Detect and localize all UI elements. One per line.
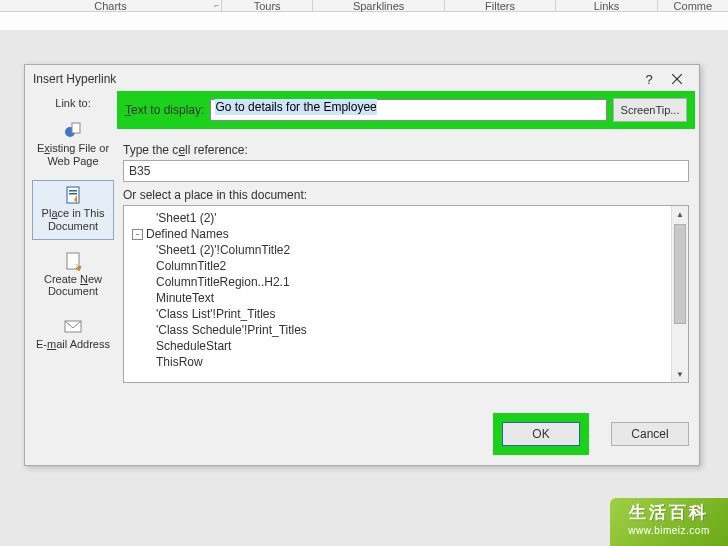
scroll-thumb[interactable]	[674, 224, 686, 324]
linkto-place-label: Place in This Document	[42, 207, 105, 232]
tree-item-label: 'Sheet1 (2)'	[156, 211, 217, 225]
dialog-main-pane: Text to display: Go to details for the E…	[119, 93, 699, 465]
ribbon-group-tours: Tours	[222, 0, 313, 11]
text-to-display-row: Text to display: Go to details for the E…	[117, 91, 695, 129]
linkto-label: Link to:	[31, 97, 115, 109]
tree-item[interactable]: ThisRow	[128, 354, 671, 370]
linkto-new-label: Create New Document	[44, 273, 102, 298]
dialog-launcher-icon[interactable]: ⌐	[214, 1, 219, 10]
cell-reference-input[interactable]: B35	[123, 160, 689, 182]
ribbon-group-filters: Filters	[445, 0, 556, 11]
tree-item-label: MinuteText	[156, 291, 214, 305]
linkto-pane: Link to: Existing File or Web Page Place…	[25, 93, 119, 465]
cell-reference-label: Type the cell reference:	[123, 143, 689, 157]
svg-rect-4	[67, 187, 79, 203]
help-button[interactable]: ?	[635, 69, 663, 89]
linkto-email-label: E-mail Address	[36, 338, 110, 350]
ribbon-group-sparklines: Sparklines	[313, 0, 445, 11]
tree-item[interactable]: ColumnTitleRegion..H2.1	[128, 274, 671, 290]
tree-item[interactable]: 'Sheet1 (2)'	[128, 210, 671, 226]
place-in-document-label: Or select a place in this document:	[123, 188, 689, 202]
tree-item[interactable]: MinuteText	[128, 290, 671, 306]
ribbon-group-comments: Comme	[658, 0, 728, 11]
tree-item-label: 'Sheet1 (2)'!ColumnTitle2	[156, 243, 290, 257]
linkto-existing-file[interactable]: Existing File or Web Page	[32, 115, 114, 174]
ribbon-group-links: Links	[556, 0, 657, 11]
tree-item[interactable]: 'Sheet1 (2)'!ColumnTitle2	[128, 242, 671, 258]
tree-item-label: ScheduleStart	[156, 339, 231, 353]
tree-item[interactable]: ScheduleStart	[128, 338, 671, 354]
new-document-icon	[63, 251, 83, 271]
ribbon-group-charts: Charts⌐	[0, 0, 222, 11]
close-icon	[672, 74, 682, 84]
screentip-button[interactable]: ScreenTip...	[613, 98, 687, 122]
globe-page-icon	[63, 120, 83, 140]
tree-item-label: ThisRow	[156, 355, 203, 369]
place-tree[interactable]: 'Sheet1 (2)'-Defined Names'Sheet1 (2)'!C…	[123, 205, 689, 383]
tree-item[interactable]: 'Class Schedule'!Print_Titles	[128, 322, 671, 338]
linkto-place-in-document[interactable]: Place in This Document	[32, 180, 114, 239]
linkto-existing-label: Existing File or Web Page	[37, 142, 109, 167]
svg-rect-5	[69, 190, 77, 192]
linkto-create-new[interactable]: Create New Document	[32, 246, 114, 305]
tree-item[interactable]: 'Class List'!Print_Titles	[128, 306, 671, 322]
tree-item-label: ColumnTitleRegion..H2.1	[156, 275, 290, 289]
tree-item-label: 'Class Schedule'!Print_Titles	[156, 323, 307, 337]
svg-rect-3	[72, 123, 80, 133]
tree-item[interactable]: ColumnTitle2	[128, 258, 671, 274]
scroll-down-icon[interactable]: ▼	[672, 366, 688, 382]
tree-expander-icon[interactable]: -	[132, 229, 143, 240]
dialog-title: Insert Hyperlink	[33, 72, 635, 86]
site-watermark: 生活百科 www.bimeiz.com	[610, 498, 728, 546]
text-to-display-input[interactable]: Go to details for the Employee	[210, 99, 607, 121]
tree-item-label: ColumnTitle2	[156, 259, 226, 273]
svg-rect-6	[69, 193, 77, 195]
close-button[interactable]	[663, 69, 691, 89]
tree-scrollbar[interactable]: ▲ ▼	[671, 206, 688, 382]
svg-rect-7	[67, 253, 79, 269]
envelope-icon	[63, 316, 83, 336]
ok-highlight: OK	[493, 413, 589, 455]
ribbon-group-labels: Charts⌐ Tours Sparklines Filters Links C…	[0, 0, 728, 12]
tree-item-label: 'Class List'!Print_Titles	[156, 307, 276, 321]
document-bookmark-icon	[63, 185, 83, 205]
tree-item-label: Defined Names	[146, 227, 229, 241]
ok-button[interactable]: OK	[502, 422, 580, 446]
text-to-display-label: Text to display:	[125, 103, 204, 117]
tree-item[interactable]: -Defined Names	[128, 226, 671, 242]
insert-hyperlink-dialog: Insert Hyperlink ? Link to: Existing Fil…	[24, 64, 700, 466]
scroll-up-icon[interactable]: ▲	[672, 206, 688, 222]
cancel-button[interactable]: Cancel	[611, 422, 689, 446]
dialog-titlebar: Insert Hyperlink ?	[25, 65, 699, 93]
linkto-email-address[interactable]: E-mail Address	[32, 311, 114, 358]
